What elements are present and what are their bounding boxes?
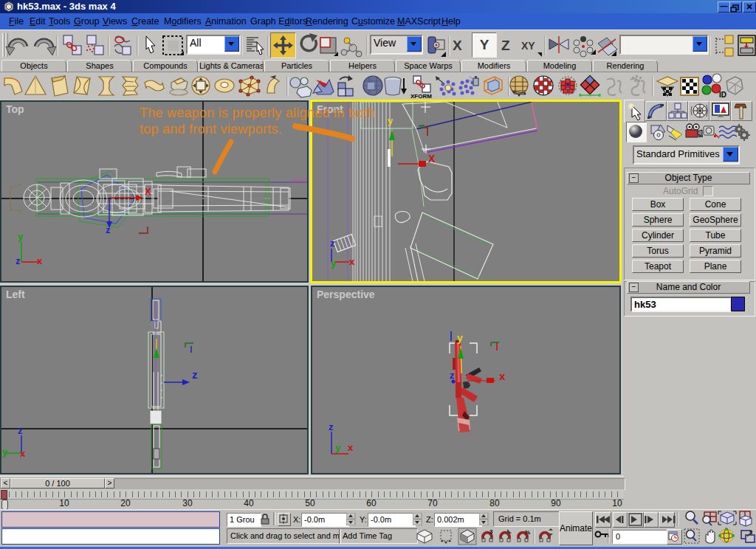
svg-text:z: z: [16, 255, 21, 266]
svg-text:z: z: [330, 238, 335, 249]
svg-text:z: z: [18, 425, 23, 436]
svg-text:x: x: [349, 256, 355, 267]
svg-text:x: x: [37, 255, 43, 266]
svg-text:Z: Z: [501, 38, 510, 53]
svg-text:ID: ID: [719, 91, 726, 99]
svg-text:y: y: [331, 258, 337, 269]
svg-text:%: %: [525, 529, 530, 536]
svg-text:X: X: [145, 186, 151, 197]
svg-text:y: y: [388, 115, 394, 126]
svg-text:X: X: [428, 153, 436, 165]
svg-text:z: z: [192, 368, 198, 381]
svg-text:y: y: [335, 442, 341, 453]
svg-text:z: z: [329, 421, 334, 432]
svg-text:y: y: [18, 231, 24, 242]
svg-text:x: x: [20, 448, 26, 459]
svg-text:y: y: [457, 332, 463, 344]
svg-text:XY: XY: [521, 40, 535, 52]
svg-text:3: 3: [489, 528, 493, 535]
svg-text:x: x: [499, 370, 506, 382]
svg-text:x: x: [348, 442, 354, 453]
svg-text:X: X: [453, 38, 462, 53]
svg-text:XFORM: XFORM: [410, 93, 432, 100]
svg-text:y: y: [2, 446, 8, 458]
svg-text:z: z: [106, 224, 111, 235]
svg-text:z: z: [450, 370, 455, 381]
